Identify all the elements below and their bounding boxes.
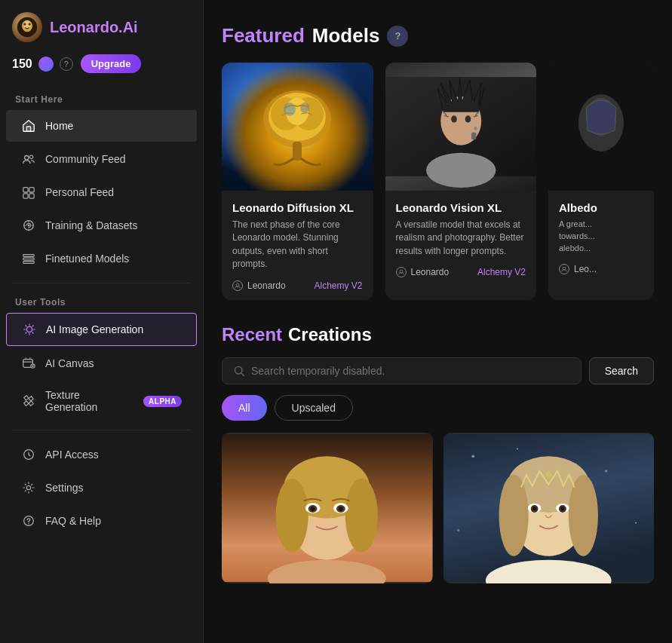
model-card-desc-vision-xl: A versatile model that excels at realism… (396, 219, 526, 258)
svg-point-21 (26, 485, 30, 489)
svg-point-23 (28, 523, 29, 524)
model-card-body-vision-xl: Leonardo Vision XL A versatile model tha… (385, 191, 537, 286)
svg-rect-39 (471, 133, 476, 139)
credits-gem-icon (38, 57, 54, 72)
recent-creations-title: Recent Creations (222, 324, 654, 345)
author-avatar-icon (232, 280, 243, 291)
search-input[interactable] (251, 365, 570, 377)
model-card-body-diffusion-xl: Leonardo Diffusion XL The next phase of … (222, 191, 373, 300)
author-avatar-icon-2 (396, 267, 407, 277)
svg-point-50 (276, 478, 308, 552)
logo-name: Leonardo.Ai (50, 19, 138, 36)
svg-point-17 (26, 326, 32, 332)
model-card-image-albedo (548, 63, 654, 191)
author-name-diffusion-xl: Leonardo (247, 280, 286, 291)
svg-point-40 (425, 153, 496, 188)
sidebar-item-texture-generation[interactable]: Texture Generation ALPHA (6, 381, 197, 421)
featured-models-title: Featured Models ? (222, 24, 654, 47)
svg-point-3 (23, 23, 26, 26)
svg-point-61 (605, 470, 607, 472)
model-card-albedo[interactable]: Albedo A great...towards...alebdo... Leo… (548, 63, 654, 300)
featured-badge[interactable]: ? (387, 26, 408, 47)
upgrade-button[interactable]: Upgrade (81, 54, 142, 73)
sidebar-item-texture-label: Texture Generation (45, 389, 131, 413)
model-card-footer-albedo: Leo... (559, 264, 643, 274)
featured-title-accent: Featured (222, 24, 305, 47)
main-content: Featured Models ? (204, 0, 672, 643)
svg-point-13 (28, 225, 30, 227)
svg-point-68 (568, 474, 597, 556)
author-avatar-icon-3 (559, 264, 569, 274)
sidebar-item-api-access[interactable]: API Access (6, 439, 197, 470)
svg-rect-10 (23, 194, 28, 198)
settings-icon (21, 480, 36, 495)
filter-row: All Upscaled (222, 395, 654, 421)
svg-rect-31 (293, 142, 302, 161)
sidebar-item-ai-image-generation[interactable]: AI Image Generation (6, 313, 197, 346)
svg-point-57 (339, 507, 343, 511)
sidebar-divider-2 (12, 430, 191, 430)
sidebar-item-ai-canvas[interactable]: AI Canvas (6, 348, 197, 379)
sidebar-item-faq-help[interactable]: FAQ & Help (6, 505, 197, 537)
filter-upscaled-button[interactable]: Upscaled (275, 395, 353, 421)
model-card-image-vision-xl (385, 63, 537, 191)
sidebar-item-settings[interactable]: Settings (6, 472, 197, 504)
model-card-diffusion-xl[interactable]: Leonardo Diffusion XL The next phase of … (222, 63, 373, 300)
svg-point-4 (29, 23, 31, 26)
recent-image-2 (443, 433, 655, 583)
recent-images-grid (222, 433, 654, 583)
start-here-label: Start Here (0, 88, 203, 109)
svg-point-63 (457, 529, 459, 531)
model-card-body-albedo: Albedo A great...towards...alebdo... Leo… (548, 191, 654, 283)
logo-row: Leonardo.Ai (0, 12, 203, 54)
api-icon (21, 447, 36, 462)
author-name-albedo: Leo... (574, 264, 597, 274)
svg-point-56 (311, 507, 315, 511)
svg-point-67 (499, 474, 528, 556)
search-input-wrap (222, 357, 581, 384)
model-card-image-diffusion-xl (222, 63, 373, 191)
model-card-footer-diffusion-xl: Leonardo Alchemy V2 (232, 280, 363, 291)
recent-title-regular: Creations (288, 324, 372, 345)
model-author-vision-xl: Leonardo (396, 267, 450, 277)
model-card-vision-xl[interactable]: Leonardo Vision XL A versatile model tha… (385, 63, 537, 300)
svg-point-37 (465, 115, 471, 122)
svg-point-7 (29, 155, 33, 159)
svg-rect-15 (23, 258, 34, 260)
model-card-desc-albedo: A great...towards...alebdo... (559, 219, 643, 255)
svg-point-6 (25, 156, 29, 160)
model-card-title-albedo: Albedo (559, 201, 643, 214)
model-author-diffusion-xl: Leonardo (232, 280, 286, 291)
search-row: Search (222, 357, 654, 384)
image-gen-icon (22, 322, 37, 337)
sidebar-item-finetuned-label: Finetuned Models (45, 253, 129, 265)
sidebar-divider-1 (12, 283, 191, 283)
model-card-footer-vision-xl: Leonardo Alchemy V2 (396, 267, 526, 277)
author-name-vision-xl: Leonardo (411, 267, 450, 277)
credits-help-icon[interactable]: ? (60, 57, 73, 71)
sidebar-item-home[interactable]: Home (6, 110, 197, 142)
featured-title-regular: Models (312, 24, 380, 47)
svg-point-75 (560, 507, 564, 510)
alpha-badge: ALPHA (143, 396, 182, 407)
sidebar-item-personal-feed[interactable]: Personal Feed (6, 176, 197, 208)
filter-all-button[interactable]: All (222, 395, 267, 421)
svg-point-74 (532, 507, 536, 510)
search-button[interactable]: Search (589, 357, 654, 384)
svg-rect-8 (23, 188, 28, 192)
sidebar-item-api-label: API Access (45, 449, 99, 461)
sidebar-item-community-feed[interactable]: Community Feed (6, 143, 197, 175)
svg-point-36 (451, 115, 457, 122)
sidebar-item-training[interactable]: Training & Datasets (6, 210, 197, 241)
sidebar-item-ai-canvas-label: AI Canvas (45, 357, 94, 369)
alchemy-badge-vision-xl: Alchemy V2 (477, 267, 526, 277)
alchemy-badge-diffusion-xl: Alchemy V2 (314, 280, 362, 291)
model-card-desc-diffusion-xl: The next phase of the core Leonardo mode… (232, 219, 363, 271)
svg-point-46 (235, 366, 242, 374)
svg-rect-16 (23, 262, 34, 264)
sidebar-item-finetuned[interactable]: Finetuned Models (6, 243, 197, 274)
svg-rect-11 (29, 194, 34, 198)
sidebar-item-home-label: Home (45, 120, 73, 132)
home-icon (21, 118, 36, 133)
svg-point-38 (474, 127, 477, 130)
